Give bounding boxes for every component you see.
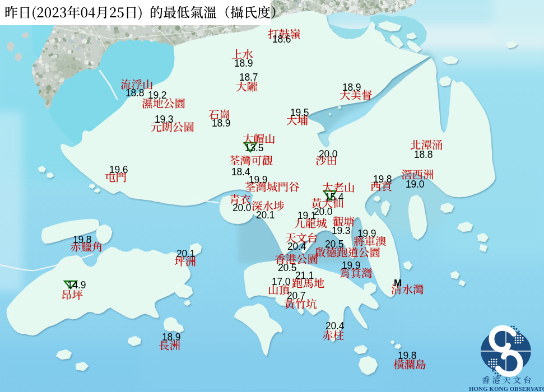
svg-text:20.5: 20.5 bbox=[325, 239, 343, 250]
svg-text:19.8: 19.8 bbox=[398, 350, 416, 361]
svg-text:14.9: 14.9 bbox=[67, 279, 86, 291]
svg-text:18.8: 18.8 bbox=[125, 87, 144, 99]
svg-text:18.9: 18.9 bbox=[212, 118, 230, 129]
svg-text:19.9: 19.9 bbox=[342, 260, 360, 271]
svg-text:M: M bbox=[394, 278, 402, 288]
svg-text:18.9: 18.9 bbox=[342, 82, 361, 93]
svg-text:20.1: 20.1 bbox=[256, 209, 275, 221]
svg-text:19.9: 19.9 bbox=[357, 228, 376, 239]
svg-text:20.0: 20.0 bbox=[233, 202, 252, 213]
svg-text:20.1: 20.1 bbox=[176, 248, 195, 259]
svg-text:20.7: 20.7 bbox=[287, 290, 305, 301]
svg-text:18.9: 18.9 bbox=[162, 332, 180, 343]
svg-text:19.0: 19.0 bbox=[406, 179, 425, 190]
svg-text:19.3: 19.3 bbox=[155, 114, 173, 125]
svg-text:18.7: 18.7 bbox=[239, 72, 258, 83]
svg-text:13.5: 13.5 bbox=[245, 142, 263, 153]
svg-text:18.6: 18.6 bbox=[272, 34, 291, 45]
svg-text:20.0: 20.0 bbox=[319, 148, 338, 160]
svg-text:20.4: 20.4 bbox=[326, 320, 345, 332]
svg-text:19.8: 19.8 bbox=[373, 174, 392, 185]
svg-text:19.5: 19.5 bbox=[290, 107, 309, 118]
svg-text:18.8: 18.8 bbox=[414, 149, 433, 160]
svg-text:19.9: 19.9 bbox=[249, 174, 267, 185]
svg-text:18.4: 18.4 bbox=[231, 166, 250, 178]
svg-text:HONG KONG OBSERVATORY: HONG KONG OBSERVATORY bbox=[469, 385, 544, 392]
svg-text:18.9: 18.9 bbox=[234, 58, 253, 69]
svg-text:20.0: 20.0 bbox=[314, 206, 333, 217]
svg-text:17.0: 17.0 bbox=[272, 276, 291, 287]
svg-text:19.6: 19.6 bbox=[109, 164, 128, 175]
svg-text:19.8: 19.8 bbox=[73, 234, 91, 245]
svg-text:19.2: 19.2 bbox=[148, 90, 166, 101]
svg-text:20.4: 20.4 bbox=[287, 241, 306, 252]
svg-text:21.1: 21.1 bbox=[295, 270, 314, 281]
svg-text:19.1: 19.1 bbox=[297, 210, 316, 221]
svg-text:15.4: 15.4 bbox=[325, 192, 344, 203]
svg-text:20.5: 20.5 bbox=[278, 262, 296, 273]
svg-text:19.3: 19.3 bbox=[332, 225, 350, 236]
